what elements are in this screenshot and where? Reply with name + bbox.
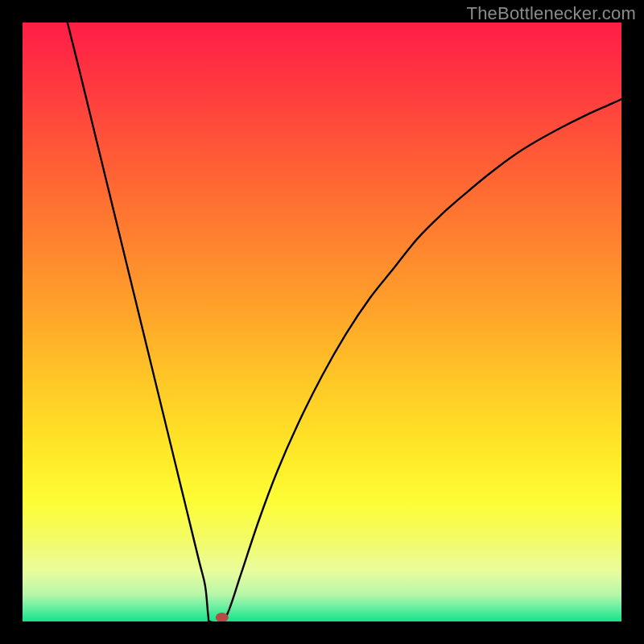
watermark-text: TheBottlenecker.com [467,3,636,24]
bottleneck-chart [23,23,621,621]
gradient-background [23,23,621,621]
plot-area [23,23,621,621]
chart-frame: TheBottlenecker.com [0,0,644,644]
